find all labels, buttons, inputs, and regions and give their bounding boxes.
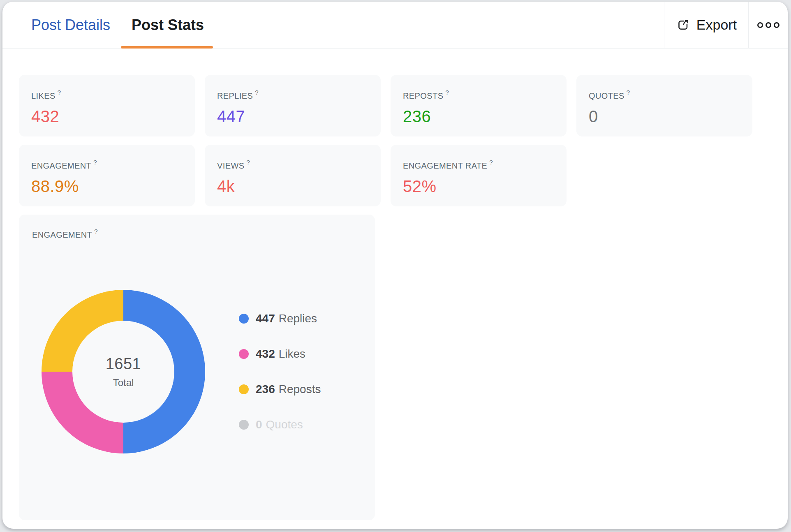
tab-post-details[interactable]: Post Details — [31, 2, 110, 48]
donut-total-label: Total — [113, 377, 134, 389]
legend-dot-icon — [239, 420, 249, 430]
stat-card-value: 4k — [217, 177, 368, 196]
stat-card-label-text: ENGAGEMENT RATE — [403, 161, 487, 170]
more-options-icon — [766, 22, 771, 28]
engagement-chart-title-text: ENGAGEMENT — [32, 230, 92, 239]
legend-name: Reposts — [279, 383, 321, 396]
stat-card-reposts: REPOSTS? 236 — [391, 75, 567, 136]
tab-bar: Post Details Post Stats — [31, 2, 204, 48]
legend-value: 0 — [256, 418, 262, 431]
legend-dot-icon — [239, 314, 249, 324]
stat-card-quotes: QUOTES? 0 — [576, 75, 752, 136]
legend-item-reposts[interactable]: 236 Reposts — [239, 383, 321, 396]
help-icon[interactable]: ? — [58, 89, 61, 96]
stat-card-label: ENGAGEMENT? — [31, 159, 183, 171]
header: Post Details Post Stats Export — [2, 2, 788, 49]
stat-card-label-text: LIKES — [31, 91, 56, 100]
more-options-icon — [757, 22, 763, 28]
main-content: LIKES? 432 REPLIES? 447 REPOSTS? 236 QUO… — [2, 49, 788, 520]
legend-dot-icon — [239, 384, 249, 394]
stat-card-value: 0 — [589, 107, 740, 126]
stat-card-label-text: REPLIES — [217, 91, 253, 100]
stat-card-likes: LIKES? 432 — [19, 75, 195, 136]
more-options-button[interactable] — [749, 2, 788, 48]
stat-card-value: 88.9% — [31, 177, 183, 196]
stats-grid: LIKES? 432 REPLIES? 447 REPOSTS? 236 QUO… — [19, 75, 771, 206]
legend-item-replies[interactable]: 447 Replies — [239, 312, 321, 325]
stat-card-label: VIEWS? — [217, 159, 368, 171]
legend-item-likes[interactable]: 432 Likes — [239, 347, 321, 361]
more-options-icon — [774, 22, 779, 28]
stat-card-value: 236 — [403, 107, 554, 126]
legend-name: Quotes — [266, 418, 303, 431]
help-icon[interactable]: ? — [489, 159, 493, 166]
legend-value: 236 — [256, 383, 275, 396]
stat-card-label-text: VIEWS — [217, 161, 244, 170]
help-icon[interactable]: ? — [627, 89, 630, 96]
donut-chart[interactable]: 1651 Total — [42, 290, 205, 453]
export-icon — [676, 18, 691, 32]
help-icon[interactable]: ? — [94, 228, 98, 235]
help-icon[interactable]: ? — [445, 89, 449, 96]
tab-label: Post Details — [31, 16, 110, 34]
stat-card-value: 447 — [217, 107, 368, 126]
stat-card-engagement: ENGAGEMENT? 88.9% — [19, 145, 195, 206]
stat-card-label: ENGAGEMENT RATE? — [403, 159, 554, 171]
stat-card-label-text: QUOTES — [589, 91, 624, 100]
help-icon[interactable]: ? — [246, 159, 250, 166]
legend-value: 447 — [256, 312, 275, 325]
donut-total-value: 1651 — [106, 355, 141, 373]
engagement-chart-card: ENGAGEMENT? 1651 Total 447 Replies 432 L… — [19, 215, 375, 520]
stat-card-views: VIEWS? 4k — [205, 145, 381, 206]
legend-value: 432 — [256, 347, 275, 361]
legend-name: Replies — [279, 312, 317, 325]
tab-post-stats[interactable]: Post Stats — [132, 2, 204, 48]
export-button[interactable]: Export — [664, 2, 748, 48]
help-icon[interactable]: ? — [93, 159, 97, 166]
header-actions: Export — [664, 2, 788, 48]
export-button-label: Export — [696, 17, 737, 33]
stat-card-replies: REPLIES? 447 — [205, 75, 381, 136]
post-stats-panel: Post Details Post Stats Export — [2, 2, 788, 529]
chart-body: 1651 Total 447 Replies 432 Likes 236 Rep… — [32, 290, 362, 453]
help-icon[interactable]: ? — [255, 89, 259, 96]
stat-card-label: QUOTES? — [589, 89, 740, 101]
stat-card-value: 52% — [403, 177, 554, 196]
stat-card-label-text: ENGAGEMENT — [31, 161, 91, 170]
engagement-chart-title: ENGAGEMENT? — [32, 228, 362, 240]
stat-card-label-text: REPOSTS — [403, 91, 443, 100]
legend-name: Likes — [279, 347, 305, 361]
stat-card-label: LIKES? — [31, 89, 183, 101]
tab-label: Post Stats — [132, 16, 204, 34]
legend-item-quotes[interactable]: 0 Quotes — [239, 418, 321, 431]
stat-card-value: 432 — [31, 107, 183, 126]
donut-center: 1651 Total — [72, 321, 174, 423]
stat-card-label: REPLIES? — [217, 89, 368, 101]
legend-dot-icon — [239, 349, 249, 359]
stat-card-engagement-rate: ENGAGEMENT RATE? 52% — [391, 145, 567, 206]
stat-card-label: REPOSTS? — [403, 89, 554, 101]
chart-legend: 447 Replies 432 Likes 236 Reposts 0 Quot… — [239, 312, 321, 431]
